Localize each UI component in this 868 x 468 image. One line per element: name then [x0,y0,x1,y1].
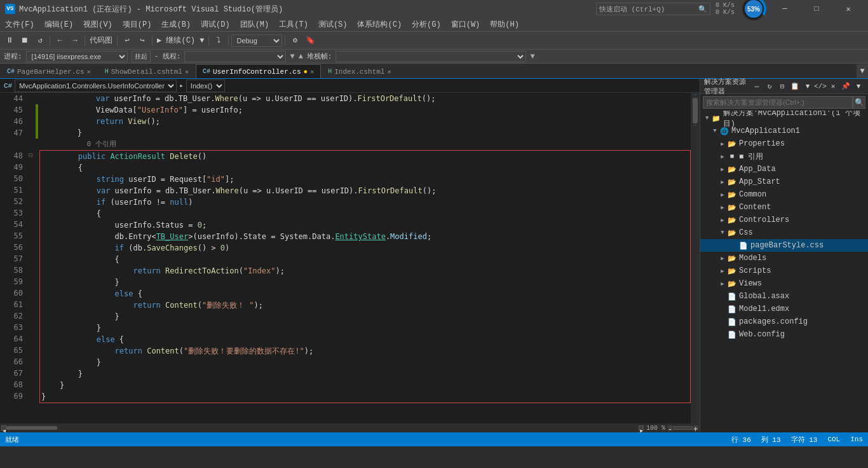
scripts-folder-icon: 📂 [727,266,737,276]
packages-label: packages.config [739,317,808,326]
stop-btn[interactable]: ⏹ [18,34,32,48]
pause-btn[interactable]: ⏸ [3,34,17,48]
tab-userinfo[interactable]: C# UserInfoController.cs ● ✕ [196,64,321,78]
tree-pagebarcss[interactable]: ▶ 📄 pageBarStyle.css [700,239,868,252]
menu-edit[interactable]: 编辑(E) [39,18,79,32]
ln-61: 61 [6,299,23,310]
breadcrumb-namespace[interactable]: MvcApplication1.Controllers.UserInfoCont… [15,79,177,92]
debug-combo[interactable]: Debug [231,34,282,47]
zoom-minus[interactable]: - [668,425,673,430]
tree-webconfig[interactable]: ▶ 📄 Web.config [700,328,868,341]
horizontal-scrollbar[interactable]: ◂ ▸ 100 % - + [0,423,700,432]
minimize-button[interactable]: ─ [770,0,799,18]
panel-sync-btn[interactable]: ↔ [751,81,763,92]
menu-build[interactable]: 生成(B) [156,18,196,32]
props-arrow: ▶ [718,141,727,148]
tab-userinfo-close[interactable]: ✕ [310,68,314,76]
tree-globalasax[interactable]: ▶ 📄 Global.asax [700,290,868,303]
process-combo[interactable]: [14916] iisexpress.exe [26,51,128,62]
panel-filter-btn[interactable]: ▼ [802,81,813,92]
tree-properties[interactable]: ▶ 📂 Properties [700,137,868,150]
zoom-plus[interactable]: + [693,425,698,430]
panel-refresh-btn[interactable]: ↻ [764,81,775,92]
tab-dropdown-btn[interactable]: ▼ [857,64,868,78]
menu-help[interactable]: 帮助(H) [485,18,524,32]
tree-model1edmx[interactable]: ▶ 📄 Model1.edmx [700,303,868,315]
back-btn[interactable]: ← [53,34,67,48]
code-line-60: else { [41,288,690,299]
zoom-slider[interactable] [674,426,693,430]
tree-references[interactable]: ▶ ■ ■ 引用 [700,150,868,163]
scroll-left-btn[interactable]: ◂ [1,425,6,430]
tree-solution[interactable]: ▼ 📁 解决方案'MvcApplication1'(1 个项目) [700,112,868,125]
menu-view[interactable]: 视图(V) [78,18,118,32]
suspend-btn[interactable]: 挂起 [132,51,151,62]
panel-collapse-btn[interactable]: ⊟ [776,81,788,92]
panel-code-btn[interactable]: </> [815,81,826,92]
maximize-button[interactable]: □ [802,0,831,18]
panel-props-btn[interactable]: 📋 [789,81,801,92]
undo-btn[interactable]: ↩ [120,34,134,48]
search-btn[interactable]: 🔍 [853,96,865,109]
fwd-btn[interactable]: → [68,34,82,48]
menu-arch[interactable]: 体系结构(C) [352,18,407,32]
menu-team[interactable]: 团队(M) [235,18,275,32]
close-button[interactable]: ✕ [834,0,863,18]
menu-test[interactable]: 测试(S) [313,18,353,32]
process-label: 进程: [4,52,22,61]
restart-btn[interactable]: ↺ [33,34,47,48]
vertical-scrollbar[interactable] [691,93,700,423]
tab-showdetail-close[interactable]: ✕ [185,68,189,76]
panel-pin-btn[interactable]: 📌 [840,81,851,92]
tab-showdetail[interactable]: H ShowDetail.cshtml ✕ [98,64,196,78]
menu-file[interactable]: 文件(F) [0,18,39,32]
menu-analyze[interactable]: 分析(G) [407,18,446,32]
tree-packages[interactable]: ▶ 📄 packages.config [700,315,868,328]
menu-window[interactable]: 窗口(W) [446,18,485,32]
continue-btn[interactable]: ▶ 继续(C) ▼ [155,34,206,48]
tab-pagebar[interactable]: C# PageBarHelper.cs ✕ [0,64,98,78]
tree-models[interactable]: ▶ 📂 Models [700,252,868,265]
tree-views[interactable]: ▶ 📂 Views [700,277,868,290]
tree-scripts[interactable]: ▶ 📂 Scripts [700,265,868,277]
panel-close-btn[interactable]: ✕ [827,81,839,92]
scroll-marker-green [695,94,696,95]
fold-48[interactable]: ⊟ [25,150,36,162]
ln-52: 52 [6,196,23,207]
menu-debug[interactable]: 调试(D) [196,18,235,32]
h-scroll-track[interactable] [6,426,639,430]
tree-appdata[interactable]: ▶ 📂 App_Data [700,163,868,176]
tree-css[interactable]: ▼ 📂 Css [700,226,868,239]
quick-launch-box[interactable]: 快速启动 (Ctrl+Q) 🔍 [596,3,710,15]
scroll-thumb[interactable] [693,98,698,123]
code-line-47: } [41,127,691,139]
stack-combo[interactable] [336,51,526,62]
scroll-right-btn[interactable]: ▸ [639,425,644,430]
bookmark-btn[interactable]: 🔖 [303,34,317,48]
tree-controllers[interactable]: ▶ 📂 Controllers [700,214,868,226]
redo-btn[interactable]: ↪ [135,34,149,48]
menu-tools[interactable]: 工具(T) [274,18,313,32]
code-line-53: { [41,208,690,219]
thread-combo[interactable] [184,51,286,62]
panel-toolbar: ↔ ↻ ⊟ 📋 ▼ </> ✕ 📌 ▼ [751,81,864,92]
search-input[interactable] [703,96,853,109]
tab-index-close[interactable]: ✕ [387,68,391,76]
step-over-btn[interactable]: ⤵ [212,34,226,48]
code-line-64: else { [41,334,690,345]
project-label: MvcApplication1 [731,127,800,135]
toolbar-misc[interactable]: ⚙ [288,34,302,48]
tab-pagebar-close[interactable]: ✕ [87,68,91,76]
code-btn[interactable]: 代码图 [88,34,114,48]
h-scroll-thumb[interactable] [6,426,57,430]
tree-content[interactable]: ▶ 📂 Content [700,201,868,214]
menu-project[interactable]: 项目(P) [118,18,157,32]
breadcrumb-method[interactable]: Index() [186,79,225,92]
common-arrow: ▶ [718,191,727,198]
code-text-area[interactable]: var userInfo = db.TB_User.Where(u => u.U… [38,93,691,423]
panel-dock-btn[interactable]: ▼ [853,81,864,92]
tree-appstart[interactable]: ▶ 📂 App_Start [700,176,868,188]
breadcrumb-icon: C# [4,82,12,90]
tab-index[interactable]: H Index.cshtml ✕ [321,64,398,78]
tree-common[interactable]: ▶ 📂 Common [700,188,868,201]
